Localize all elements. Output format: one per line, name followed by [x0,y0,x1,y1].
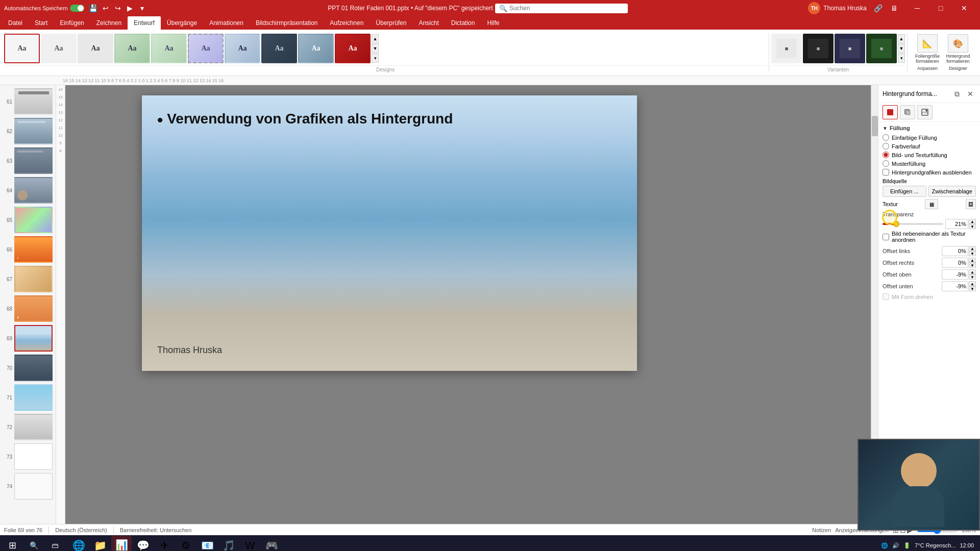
maximize-button[interactable]: □ [929,0,952,16]
theme-3[interactable]: Aa [114,34,150,63]
tab-start[interactable]: Start [29,16,54,30]
offset-bottom-up[interactable]: ▲ [969,281,976,286]
slide-thumb-71[interactable]: 71 [2,383,54,412]
clipboard-btn[interactable]: Zwischenablage [928,186,976,197]
taskbar-app1[interactable]: ⚙ [176,536,196,551]
tab-dictation[interactable]: Dictation [445,16,481,30]
slide-thumb-65[interactable]: 65 [2,206,54,234]
hintergrund-formatieren-btn[interactable]: 🎨 Hintergrund formatieren [944,34,972,64]
slide-thumb-63[interactable]: 63 [2,146,54,175]
offset-left-input[interactable] [942,246,968,256]
transparency-thumb[interactable] [893,221,899,227]
minimize-button[interactable]: ─ [905,0,929,16]
offset-top-down[interactable]: ▼ [969,274,976,280]
fill-radio-bild[interactable] [883,152,889,158]
transparency-slider[interactable] [883,223,943,225]
slide-thumb-73[interactable]: 73 [2,442,54,471]
variant-scroll-down[interactable]: ▼ [898,44,905,53]
hide-graphics-checkbox[interactable] [883,169,889,176]
tile-checkbox[interactable] [883,234,889,240]
scroll-more-btn[interactable]: ▾ [372,54,379,63]
slide-thumb-64[interactable]: 64 [2,176,54,205]
autosave-toggle[interactable] [70,5,84,12]
variant-scroll-more[interactable]: ▾ [898,54,905,63]
insert-image-btn[interactable]: Einfügen ... [883,186,926,197]
theme-2[interactable]: Aa [78,34,113,63]
slide-thumb-70[interactable]: 70 [2,354,54,382]
offset-top-up[interactable]: ▲ [969,269,976,274]
offset-left-down[interactable]: ▼ [969,251,976,256]
tab-ansicht[interactable]: Ansicht [412,16,445,30]
panel-detach-btn[interactable]: ⧉ [951,88,963,99]
more-icon[interactable]: ▾ [137,3,148,13]
slide-thumb-74[interactable]: 74 [2,472,54,500]
transparency-input[interactable] [945,219,968,229]
taskview-btn[interactable]: 🗃 [45,536,65,551]
tab-aufzeichnen[interactable]: Aufzeichnen [324,16,370,30]
scroll-down-btn[interactable]: ▼ [372,44,379,53]
tab-hilfe[interactable]: Hilfe [481,16,505,30]
slide-thumb-66[interactable]: 66 f [2,235,54,264]
variant-scroll-up[interactable]: ▲ [898,34,905,43]
texture-picker-btn[interactable]: ▦ [925,199,938,209]
search-input[interactable] [509,5,624,12]
undo-icon[interactable]: ↩ [101,3,111,13]
tab-uebergaenge[interactable]: Übergänge [161,16,203,30]
fill-radio-farbverlauf[interactable] [883,143,889,149]
variant-3[interactable]: ■ [835,34,865,63]
taskbar-app3[interactable]: 🎵 [218,536,239,551]
present2-icon[interactable]: 🖥 [889,3,899,13]
slide-thumb-61[interactable]: 61 [2,87,54,116]
notes-btn[interactable]: Notizen [812,527,831,533]
image-tab-btn[interactable] [917,105,933,119]
filling-section-header[interactable]: ▼ Füllung [883,125,976,131]
tab-zeichnen[interactable]: Zeichnen [90,16,128,30]
taskbar-telegram[interactable]: ✈ [154,536,175,551]
foliengrösse-btn[interactable]: 📐 Foliengröße formatieren [914,34,941,64]
search-taskbar-btn[interactable]: 🔍 [23,536,44,551]
slide-thumb-69[interactable]: 69 [2,324,54,353]
theme-1[interactable]: Aa [41,34,77,63]
theme-4[interactable]: Aa [151,34,187,63]
transparency-down-btn[interactable]: ▼ [969,224,976,229]
present-icon[interactable]: ▶ [125,3,135,13]
fill-radio-muster[interactable] [883,160,889,167]
slide-thumb-62[interactable]: 62 [2,117,54,145]
tab-einfuegen[interactable]: Einfügen [54,16,90,30]
taskbar-powerpoint[interactable]: 📊 [111,536,132,551]
redo-icon[interactable]: ↪ [113,3,123,13]
tab-entwurf[interactable]: Entwurf [128,16,161,30]
slide-thumb-72[interactable]: 72 [2,413,54,441]
variant-4[interactable]: ■ [866,34,897,63]
offset-bottom-input[interactable] [942,281,968,291]
offset-bottom-down[interactable]: ▼ [969,286,976,291]
theme-9[interactable]: Aa [335,34,371,63]
taskbar-app4[interactable]: 🎮 [261,536,282,551]
taskbar-teams[interactable]: 💬 [133,536,153,551]
tab-bildschirm[interactable]: Bildschirmpräsentation [250,16,324,30]
slide-thumb-68[interactable]: 68 f [2,294,54,323]
taskbar-app2[interactable]: 📧 [197,536,217,551]
offset-right-input[interactable] [942,258,968,268]
theme-default[interactable]: Aa [4,34,40,63]
taskbar-chrome[interactable]: 🌐 [68,536,89,551]
designer-btn[interactable]: Designer [944,66,972,71]
offset-left-up[interactable]: ▲ [969,246,976,251]
taskbar-word[interactable]: W [240,536,260,551]
theme-5[interactable]: Aa [188,34,224,63]
start-btn[interactable]: ⊞ [2,536,22,551]
taskbar-files[interactable]: 📁 [90,536,110,551]
close-button[interactable]: ✕ [952,0,976,16]
variant-2[interactable]: ■ [803,34,834,63]
fill-radio-einfarbig[interactable] [883,134,889,141]
theme-6[interactable]: Aa [225,34,260,63]
theme-8[interactable]: Aa [298,34,334,63]
share-icon[interactable]: 🔗 [873,3,883,13]
offset-right-up[interactable]: ▲ [969,258,976,263]
anpassen-btn[interactable]: Anpassen [914,66,941,71]
save-icon[interactable]: 💾 [88,3,99,13]
theme-7[interactable]: Aa [261,34,297,63]
scroll-up-btn[interactable]: ▲ [372,34,379,43]
tab-animationen[interactable]: Animationen [203,16,250,30]
panel-close-btn[interactable]: ✕ [965,88,976,99]
